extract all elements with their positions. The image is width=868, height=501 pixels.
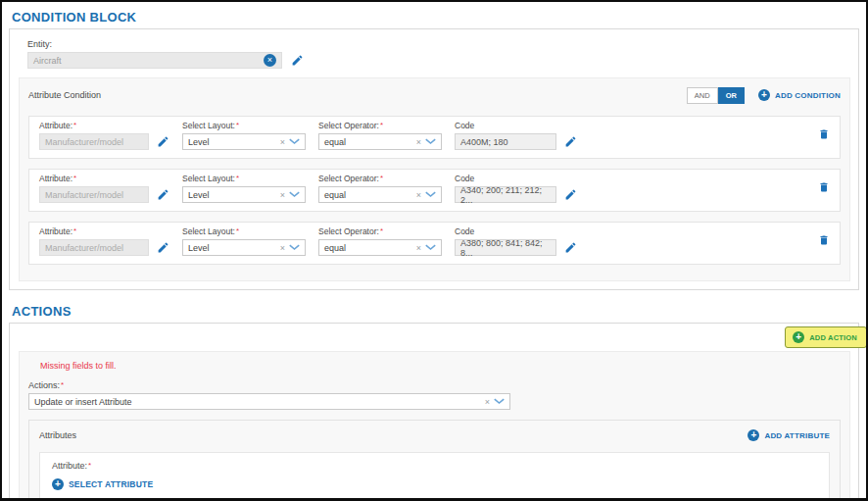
edit-attribute-icon[interactable] <box>157 188 169 201</box>
chevron-down-icon[interactable] <box>425 244 436 251</box>
missing-fields-warning: Missing fields to fill. <box>40 361 841 371</box>
operator-label: Select Operator: <box>318 226 379 236</box>
select-attribute-button[interactable]: SELECT ATTRIBUTE <box>52 478 817 490</box>
edit-attribute-icon[interactable] <box>157 241 169 254</box>
chevron-down-icon[interactable] <box>494 398 505 405</box>
delete-condition-button[interactable] <box>818 127 830 144</box>
chevron-down-icon[interactable] <box>289 138 300 145</box>
action-type-select[interactable]: Update or insert Attribute <box>28 393 510 410</box>
operator-label: Select Operator: <box>318 121 379 130</box>
and-toggle-button[interactable]: AND <box>687 87 718 104</box>
layout-label: Select Layout: <box>182 174 235 183</box>
code-input[interactable]: A380; 800; 841; 842; 8... <box>455 239 556 256</box>
code-input[interactable]: A400M; 180 <box>455 133 556 150</box>
select-attribute-label: SELECT ATTRIBUTE <box>69 479 153 489</box>
attribute-condition-label: Attribute Condition <box>28 90 101 100</box>
edit-code-icon[interactable] <box>564 188 577 201</box>
attribute-input: Manufacturer/model <box>39 133 149 150</box>
chevron-down-icon[interactable] <box>289 191 300 198</box>
plus-icon <box>747 429 759 441</box>
actions-panel: ADD ACTION Missing fields to fill. Actio… <box>9 323 859 501</box>
add-attribute-button[interactable]: ADD ATTRIBUTE <box>747 429 830 441</box>
clear-icon[interactable] <box>485 397 490 407</box>
layout-label: Select Layout: <box>182 121 235 130</box>
entity-label: Entity: <box>27 39 850 49</box>
operator-select[interactable]: equal <box>318 133 442 150</box>
condition-row: Attribute:* Manufacturer/model Select La… <box>28 116 841 159</box>
clear-icon[interactable] <box>416 190 421 200</box>
chevron-down-icon[interactable] <box>425 191 436 198</box>
condition-row: Attribute:* Manufacturer/model Select La… <box>28 169 841 212</box>
required-marker: * <box>73 121 76 129</box>
entity-value: Aircraft <box>33 56 62 66</box>
code-input[interactable]: A340; 200; 211; 212; 2... <box>455 186 556 203</box>
code-label: Code <box>455 226 577 236</box>
attribute-input: Manufacturer/model <box>39 239 149 256</box>
entity-input[interactable]: Aircraft <box>27 52 282 69</box>
attribute-input: Manufacturer/model <box>39 186 149 203</box>
attribute-label: Attribute: <box>39 226 72 236</box>
attribute-card: Attribute:* SELECT ATTRIBUTE <box>39 452 830 501</box>
layout-select[interactable]: Level <box>182 186 306 203</box>
actions-field-label: Actions: <box>28 380 60 390</box>
add-condition-label: ADD CONDITION <box>775 91 841 100</box>
plus-icon <box>793 331 804 343</box>
trash-icon <box>818 180 830 194</box>
attributes-label: Attributes <box>39 430 76 440</box>
rule-editor-page: CONDITION BLOCK Entity: Aircraft Attribu… <box>0 0 868 501</box>
attribute-condition-panel: Attribute Condition AND OR ADD CONDITION… <box>19 77 850 281</box>
condition-block-title: CONDITION BLOCK <box>12 10 859 25</box>
delete-condition-button[interactable] <box>818 233 830 250</box>
and-or-toggle: AND OR <box>687 87 745 104</box>
operator-select[interactable]: equal <box>318 186 442 203</box>
clear-icon[interactable] <box>416 243 421 253</box>
layout-select[interactable]: Level <box>182 133 306 150</box>
actions-title: ACTIONS <box>12 304 859 319</box>
attribute-field-label: Attribute: <box>52 461 87 471</box>
plus-icon <box>758 89 770 101</box>
trash-icon <box>818 127 830 141</box>
add-condition-button[interactable]: ADD CONDITION <box>758 89 841 101</box>
clear-entity-icon[interactable] <box>264 54 276 67</box>
operator-select[interactable]: equal <box>318 239 442 256</box>
edit-code-icon[interactable] <box>564 241 577 254</box>
trash-icon <box>818 233 830 247</box>
add-action-label: ADD ACTION <box>809 333 857 342</box>
code-label: Code <box>455 174 577 183</box>
clear-icon[interactable] <box>280 190 285 200</box>
attributes-section: Attributes ADD ATTRIBUTE Attribute:* SEL… <box>28 420 841 501</box>
or-toggle-button[interactable]: OR <box>718 87 745 104</box>
edit-code-icon[interactable] <box>564 135 577 148</box>
code-label: Code <box>455 121 577 130</box>
clear-icon[interactable] <box>280 243 285 253</box>
delete-condition-button[interactable] <box>818 180 830 197</box>
chevron-down-icon[interactable] <box>425 138 436 145</box>
add-action-button[interactable]: ADD ACTION <box>785 326 867 348</box>
action-block: Missing fields to fill. Actions:* Update… <box>19 351 850 501</box>
plus-icon <box>52 478 64 490</box>
chevron-down-icon[interactable] <box>289 244 300 251</box>
layout-label: Select Layout: <box>182 226 235 236</box>
condition-block-panel: Entity: Aircraft Attribute Condition AND… <box>9 28 859 290</box>
attribute-label: Attribute: <box>39 121 72 130</box>
clear-icon[interactable] <box>416 137 421 147</box>
attribute-label: Attribute: <box>39 174 72 183</box>
clear-icon[interactable] <box>280 137 285 147</box>
operator-label: Select Operator: <box>318 174 379 183</box>
edit-attribute-icon[interactable] <box>157 135 169 148</box>
add-attribute-label: ADD ATTRIBUTE <box>764 431 830 440</box>
condition-row: Attribute:* Manufacturer/model Select La… <box>28 222 841 265</box>
edit-entity-icon[interactable] <box>291 54 304 67</box>
layout-select[interactable]: Level <box>182 239 306 256</box>
